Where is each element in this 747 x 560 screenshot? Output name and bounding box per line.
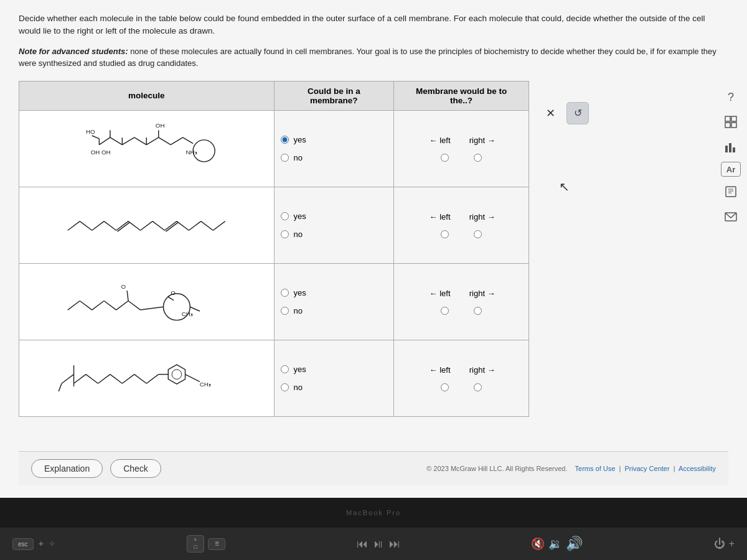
svg-line-68 (134, 374, 146, 383)
help-icon[interactable]: ? (721, 87, 741, 107)
no-option-2[interactable]: no (281, 230, 388, 239)
right-radio-1[interactable] (474, 154, 482, 162)
plus-icon[interactable]: + (729, 538, 735, 549)
svg-rect-7 (726, 187, 736, 197)
ar-icon[interactable]: Ar (721, 162, 741, 177)
svg-line-36 (118, 222, 129, 231)
clear-button[interactable]: ✕ (539, 102, 561, 124)
svg-rect-2 (725, 123, 730, 128)
svg-rect-1 (731, 116, 736, 121)
membrane-radio-1[interactable]: yes no (274, 110, 394, 187)
molecule-2-cell (19, 187, 275, 263)
no-option-4[interactable]: no (281, 383, 388, 392)
membrane-radio-3[interactable]: yes no (274, 263, 394, 340)
bottom-bar: Explanation Check © 2023 McGraw Hill LLC… (19, 451, 728, 485)
svg-line-58 (167, 296, 174, 300)
left-radio-4[interactable] (441, 383, 449, 391)
svg-line-53 (128, 301, 140, 310)
direction-cell-3[interactable]: ← left right → (394, 263, 529, 340)
book-icon[interactable] (721, 182, 741, 202)
svg-rect-3 (731, 123, 736, 128)
svg-line-42 (177, 221, 189, 230)
svg-line-52 (116, 301, 128, 310)
right-radio-2[interactable] (474, 230, 482, 238)
mission-control-key[interactable]: ⁰□ (187, 535, 204, 553)
table-row: HO OH OH OH NH₃ (19, 110, 529, 187)
right-label-1: right → (469, 136, 496, 145)
terms-link[interactable]: Terms of Use (575, 465, 616, 472)
power-icon[interactable]: ⏻ (714, 538, 725, 551)
yes-option-3[interactable]: yes (281, 288, 388, 297)
svg-line-20 (146, 137, 158, 144)
svg-line-65 (98, 374, 110, 383)
apps-key[interactable]: ⠿ (208, 538, 225, 550)
volume-up-icon[interactable]: 🔊 (566, 536, 583, 552)
svg-line-28 (183, 137, 194, 143)
table-icon[interactable] (721, 112, 741, 132)
membrane-radio-4[interactable]: yes no (274, 340, 394, 416)
svg-line-41 (166, 222, 177, 231)
svg-line-17 (110, 137, 122, 144)
molecule-3-cell: O CH₃ (19, 263, 275, 340)
svg-line-34 (104, 221, 116, 230)
membrane-radio-2[interactable]: yes no (274, 187, 394, 263)
svg-line-40 (164, 221, 176, 230)
forward-icon[interactable]: ⏭ (389, 538, 400, 551)
left-radio-2[interactable] (441, 230, 449, 238)
left-radio-1[interactable] (441, 154, 449, 162)
svg-line-35 (116, 221, 128, 230)
svg-line-64 (86, 374, 98, 383)
svg-rect-6 (733, 147, 735, 152)
mute-icon[interactable]: 🔇 (531, 537, 545, 551)
svg-line-16 (99, 137, 110, 144)
direction-cell-4[interactable]: ← left right → (394, 340, 529, 416)
yes-option-2[interactable]: yes (281, 212, 388, 221)
left-radio-3[interactable] (441, 307, 449, 315)
svg-point-55 (163, 293, 190, 320)
col-molecule: molecule (19, 81, 275, 110)
mail-icon[interactable] (721, 207, 741, 226)
rewind-icon[interactable]: ⏮ (357, 538, 368, 551)
privacy-link[interactable]: Privacy Center (624, 465, 669, 472)
yes-option-1[interactable]: yes (281, 135, 388, 144)
play-pause-icon[interactable]: ⏯ (373, 538, 384, 551)
svg-rect-0 (725, 116, 730, 121)
svg-marker-70 (168, 365, 185, 384)
svg-point-71 (172, 369, 182, 379)
no-option-1[interactable]: no (281, 153, 388, 162)
svg-line-45 (213, 221, 225, 230)
right-radio-4[interactable] (474, 383, 482, 391)
right-radio-3[interactable] (474, 307, 482, 315)
right-label-4: right → (469, 365, 496, 375)
svg-text:OH: OH (156, 122, 165, 129)
volume-down-icon[interactable]: 🔉 (548, 537, 562, 551)
svg-line-56 (141, 307, 164, 310)
chart-icon[interactable] (721, 137, 741, 157)
yes-option-4[interactable]: yes (281, 365, 388, 374)
right-label-2: right → (469, 212, 496, 222)
svg-line-22 (171, 137, 182, 144)
svg-line-39 (153, 221, 164, 230)
check-button[interactable]: Check (110, 459, 161, 478)
macbook-brand: MacBook Pro (0, 498, 747, 528)
svg-line-37 (128, 221, 140, 230)
svg-text:OH OH: OH OH (91, 149, 111, 156)
no-option-3[interactable]: no (281, 306, 388, 315)
note-text: Note for advanced students: none of thes… (19, 45, 728, 70)
svg-line-75 (59, 383, 62, 391)
right-label-3: right → (469, 289, 496, 298)
explanation-button[interactable]: Explanation (31, 459, 103, 478)
table-row: O CH₃ (19, 263, 529, 340)
svg-line-54 (127, 290, 128, 301)
left-label-1: ← left (428, 136, 453, 145)
svg-text:O: O (121, 283, 126, 290)
direction-cell-2[interactable]: ← left right → (394, 187, 529, 263)
esc-key[interactable]: esc (12, 538, 34, 550)
svg-line-33 (92, 221, 104, 230)
svg-text:HO: HO (86, 128, 95, 135)
svg-line-32 (80, 221, 92, 230)
accessibility-link[interactable]: Accessibility (679, 465, 716, 472)
direction-cell-1[interactable]: ← left right → (394, 110, 529, 187)
undo-button[interactable]: ↺ (566, 102, 589, 124)
svg-rect-5 (729, 143, 731, 152)
